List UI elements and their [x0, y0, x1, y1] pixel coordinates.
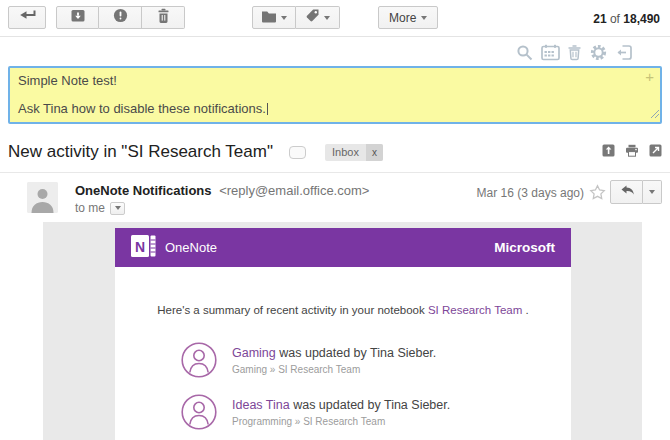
archive-button-group [56, 6, 185, 29]
delete-button[interactable] [142, 6, 185, 29]
open-in-new-window-icon[interactable] [649, 143, 662, 161]
search-icon[interactable] [516, 44, 534, 66]
activity-text: Ideas Tina was updated by Tina Sieber. P… [232, 394, 450, 427]
folder-icon [261, 9, 277, 27]
chevron-down-icon [324, 16, 330, 20]
activity-summary: Here's a summary of recent activity in y… [115, 304, 571, 316]
note-indicator-icon[interactable] [289, 146, 306, 159]
note-line: Ask Tina how to disable these notificati… [18, 101, 652, 116]
back-arrow-icon [18, 8, 37, 27]
chevron-down-icon [115, 206, 121, 210]
onenote-logo-icon: N [131, 235, 156, 261]
labels-button[interactable] [296, 6, 340, 29]
sign-out-icon[interactable] [615, 44, 633, 65]
svg-text:N: N [135, 238, 145, 254]
gmail-message-view: More 21 of 18,490 Simple Note test! Ask … [0, 0, 670, 440]
spam-exclamation-icon [113, 8, 128, 27]
activity-title: Ideas Tina was updated by Tina Sieber. [232, 398, 450, 412]
onenote-email-card: N OneNote Microsoft Here's a summary of … [115, 228, 571, 440]
note-add-icon[interactable]: + [645, 69, 654, 84]
trash-icon [156, 8, 171, 28]
more-reply-options-button[interactable] [643, 180, 662, 204]
email-body: N OneNote Microsoft Here's a summary of … [0, 222, 670, 440]
resize-handle[interactable] [650, 106, 659, 121]
report-spam-button[interactable] [99, 6, 142, 29]
notebook-link[interactable]: SI Research Team [428, 304, 522, 316]
gmail-toolbar: More 21 of 18,490 [0, 0, 670, 37]
gear-icon[interactable] [589, 43, 608, 66]
message-position-counter: 21 of 18,490 [593, 12, 660, 26]
chevron-down-icon [281, 16, 287, 20]
count-total: 18,490 [623, 12, 660, 26]
notes-extension-toolbar [516, 43, 633, 66]
section-divider [0, 172, 670, 173]
activity-description: was updated by Tina Sieber. [276, 346, 437, 360]
back-to-inbox-button[interactable] [8, 6, 46, 29]
page-link[interactable]: Ideas Tina [232, 398, 290, 412]
text-cursor [267, 103, 268, 115]
summary-suffix: . [522, 304, 528, 316]
activity-item: Ideas Tina was updated by Tina Sieber. P… [181, 394, 571, 434]
activity-breadcrumb: Gaming » SI Research Team [232, 364, 436, 375]
onenote-email-header: N OneNote Microsoft [115, 228, 571, 267]
move-label-button-group [252, 6, 340, 29]
activity-title: Gaming was updated by Tina Sieber. [232, 346, 436, 360]
archive-button[interactable] [56, 6, 99, 29]
email-background: N OneNote Microsoft Here's a summary of … [43, 222, 642, 440]
more-actions-button[interactable]: More [378, 6, 438, 29]
page-link[interactable]: Gaming [232, 346, 276, 360]
reply-arrow-icon [619, 183, 635, 201]
microsoft-logo-text: Microsoft [494, 240, 555, 255]
show-details-button[interactable] [110, 202, 125, 215]
person-avatar-icon [181, 342, 217, 382]
activity-breadcrumb: Programming » SI Research Team [232, 416, 450, 427]
print-icon[interactable] [625, 143, 639, 161]
activity-item: Gaming was updated by Tina Sieber. Gamin… [181, 342, 571, 382]
email-subject: New activity in "SI Research Team" [8, 142, 273, 162]
activity-description: was updated by Tina Sieber. [290, 398, 451, 412]
chevron-down-icon [649, 190, 655, 194]
recipient-label: to me [75, 201, 105, 215]
recipient-row: to me [75, 201, 125, 215]
more-button-label: More [389, 11, 416, 25]
export-note-icon[interactable] [602, 143, 615, 161]
reply-button[interactable] [610, 180, 643, 204]
calendar-icon[interactable] [541, 44, 560, 65]
inbox-label: Inbox [325, 144, 366, 161]
remove-label-icon[interactable]: x [366, 144, 383, 161]
note-line: Simple Note test! [18, 73, 652, 88]
person-avatar-icon [181, 394, 217, 434]
sender-avatar [27, 182, 58, 213]
message-date: Mar 16 (3 days ago) [477, 186, 584, 200]
simple-note-textarea[interactable]: Simple Note test! Ask Tina how to disabl… [8, 66, 662, 124]
star-icon[interactable] [589, 184, 606, 205]
sender-email: <reply@email.office.com> [219, 183, 369, 198]
label-tag-icon [305, 8, 320, 27]
sender-name: OneNote Notifications [75, 183, 212, 198]
inbox-label-chip[interactable]: Inbox x [325, 144, 383, 161]
sender-line: OneNote Notifications <reply@email.offic… [75, 183, 369, 198]
reply-button-group [610, 180, 662, 204]
move-to-folder-button[interactable] [252, 6, 296, 29]
onenote-brand-name: OneNote [165, 240, 217, 255]
summary-text: Here's a summary of recent activity in y… [157, 304, 428, 316]
trash-icon[interactable] [567, 44, 582, 65]
subject-row: New activity in "SI Research Team" Inbox… [8, 139, 662, 165]
count-current: 21 [593, 12, 606, 26]
archive-icon [70, 8, 86, 27]
activity-list: Gaming was updated by Tina Sieber. Gamin… [115, 342, 571, 434]
chevron-down-icon [421, 16, 427, 20]
subject-action-icons [602, 143, 662, 161]
activity-text: Gaming was updated by Tina Sieber. Gamin… [232, 342, 436, 375]
count-of: of [610, 12, 620, 26]
